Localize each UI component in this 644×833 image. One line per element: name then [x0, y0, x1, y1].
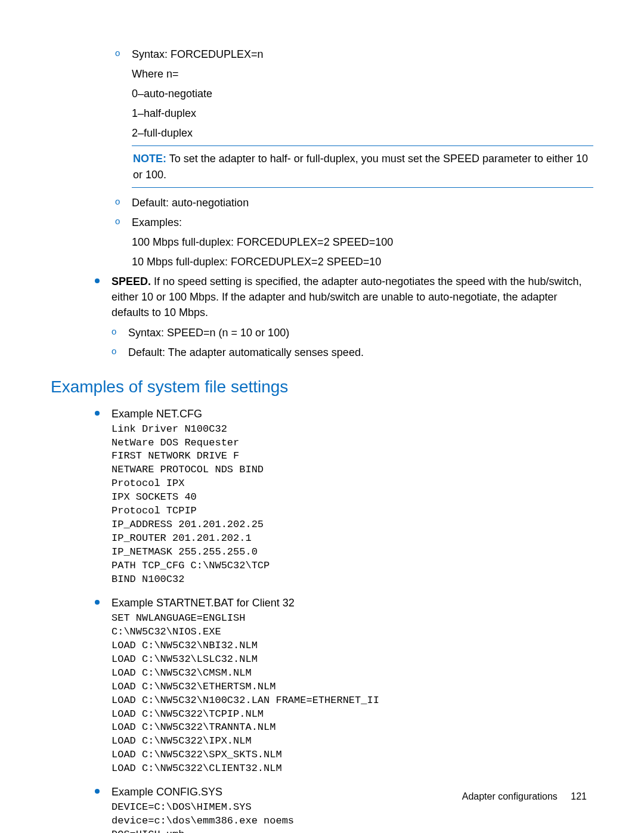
- speed-syntax: Syntax: SPEED=n (n = 10 or 100): [128, 327, 289, 339]
- speed-bullet: SPEED. If no speed setting is specified,…: [92, 274, 593, 360]
- example-startnet-code: SET NWLANGUAGE=ENGLISH C:\NW5C32\NIOS.EX…: [112, 612, 593, 776]
- example-startnet: Example STARTNET.BAT for Client 32 SET N…: [92, 595, 593, 776]
- forceduplex-ex2: 10 Mbps full-duplex: FORCEDUPLEX=2 SPEED…: [132, 254, 593, 270]
- page-footer: Adapter configurations 121: [462, 791, 587, 802]
- section-title: Examples of system file settings: [51, 377, 593, 397]
- speed-bullet-list: SPEED. If no speed setting is specified,…: [92, 274, 593, 360]
- forceduplex-ex1: 100 Mbps full-duplex: FORCEDUPLEX=2 SPEE…: [132, 234, 593, 250]
- example-netcfg: Example NET.CFG Link Driver N100C32 NetW…: [92, 406, 593, 587]
- note-box: NOTE: To set the adapter to half- or ful…: [132, 145, 593, 187]
- examples-bullet-list: Example NET.CFG Link Driver N100C32 NetW…: [92, 406, 593, 834]
- forceduplex-opt1: 1–half-duplex: [132, 106, 593, 121]
- forceduplex-syntax-item: Syntax: FORCEDUPLEX=n Where n= 0–auto-ne…: [115, 47, 593, 188]
- footer-section: Adapter configurations: [462, 791, 558, 801]
- forceduplex-where: Where n=: [132, 66, 593, 82]
- forceduplex-syntax: Syntax: FORCEDUPLEX=n: [132, 47, 593, 62]
- example-netcfg-head: Example NET.CFG: [112, 406, 593, 422]
- example-netcfg-code: Link Driver N100C32 NetWare DOS Requeste…: [112, 423, 593, 587]
- note-text: To set the adapter to half- or full-dupl…: [133, 153, 588, 180]
- speed-body: If no speed setting is specified, the ad…: [112, 275, 582, 318]
- forceduplex-default: Default: auto-negotiation: [132, 197, 249, 209]
- speed-lead: SPEED.: [112, 275, 151, 287]
- forceduplex-sublist: Syntax: FORCEDUPLEX=n Where n= 0–auto-ne…: [115, 47, 593, 270]
- forceduplex-opt2: 2–full-duplex: [132, 125, 593, 141]
- speed-default-item: Default: The adapter automatically sense…: [112, 345, 593, 360]
- forceduplex-opt0: 0–auto-negotiate: [132, 86, 593, 101]
- note-label: NOTE:: [133, 153, 166, 165]
- forceduplex-examples-label: Examples:: [132, 215, 593, 230]
- speed-default: Default: The adapter automatically sense…: [128, 346, 364, 358]
- footer-page: 121: [571, 791, 587, 801]
- forceduplex-default-item: Default: auto-negotiation: [115, 195, 593, 210]
- speed-syntax-item: Syntax: SPEED=n (n = 10 or 100): [112, 325, 593, 340]
- example-configsys-code: DEVICE=C:\DOS\HIMEM.SYS device=c:\dos\em…: [112, 801, 593, 833]
- forceduplex-examples-item: Examples: 100 Mbps full-duplex: FORCEDUP…: [115, 215, 593, 270]
- example-startnet-head: Example STARTNET.BAT for Client 32: [112, 595, 593, 611]
